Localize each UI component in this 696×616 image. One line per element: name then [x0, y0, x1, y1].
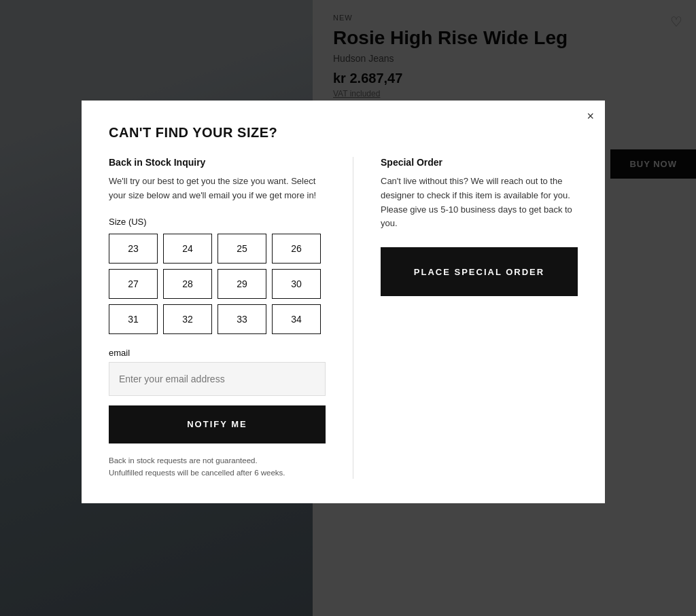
email-label: email: [109, 348, 326, 358]
size-btn-33[interactable]: 33: [218, 304, 266, 334]
disclaimer-text: Back in stock requests are not guarantee…: [109, 454, 326, 479]
place-special-order-button[interactable]: PLACE SPECIAL ORDER: [381, 247, 578, 296]
special-order-title: Special Order: [381, 157, 578, 168]
size-grid: 23 24 25 26 27 28 29 30 31 32 33 34: [109, 234, 326, 334]
back-in-stock-title: Back in Stock Inquiry: [109, 157, 326, 168]
modal-title: CAN'T FIND YOUR SIZE?: [109, 125, 578, 141]
disclaimer-line1: Back in stock requests are not guarantee…: [109, 456, 258, 465]
special-order-section: Special Order Can't live without this? W…: [381, 157, 578, 479]
disclaimer-line2: Unfulfilled requests will be cancelled a…: [109, 469, 285, 477]
modal-close-button[interactable]: ×: [587, 110, 594, 122]
special-order-description: Can't live without this? We will reach o…: [381, 175, 578, 231]
size-btn-29[interactable]: 29: [218, 269, 266, 299]
size-btn-30[interactable]: 30: [272, 269, 321, 299]
size-btn-23[interactable]: 23: [109, 234, 158, 264]
section-divider: [353, 157, 353, 479]
size-btn-27[interactable]: 27: [109, 269, 158, 299]
size-btn-28[interactable]: 28: [163, 269, 212, 299]
size-btn-25[interactable]: 25: [218, 234, 266, 264]
size-label: Size (US): [109, 217, 326, 227]
modal-body: Back in Stock Inquiry We'll try our best…: [109, 157, 578, 479]
size-btn-26[interactable]: 26: [272, 234, 321, 264]
email-input[interactable]: [109, 362, 326, 396]
notify-me-button[interactable]: NOTIFY ME: [109, 405, 326, 443]
size-btn-31[interactable]: 31: [109, 304, 158, 334]
size-btn-32[interactable]: 32: [163, 304, 212, 334]
size-btn-24[interactable]: 24: [163, 234, 212, 264]
back-in-stock-section: Back in Stock Inquiry We'll try our best…: [109, 157, 326, 479]
back-in-stock-description: We'll try our best to get you the size y…: [109, 175, 326, 203]
cant-find-size-modal: × CAN'T FIND YOUR SIZE? Back in Stock In…: [82, 101, 605, 503]
size-btn-34[interactable]: 34: [272, 304, 321, 334]
